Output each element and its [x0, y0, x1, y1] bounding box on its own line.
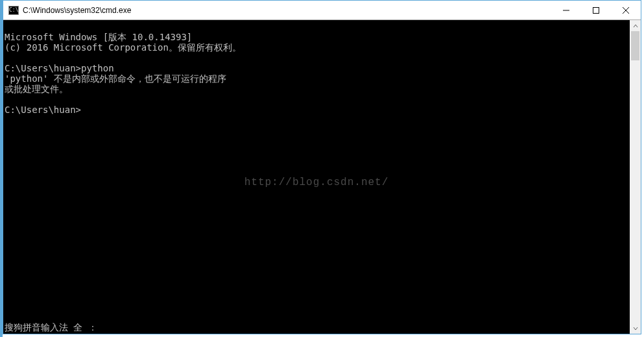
chevron-down-icon [633, 326, 638, 331]
term-line: Microsoft Windows [版本 10.0.14393] (c) 20… [5, 32, 241, 115]
client-area: Microsoft Windows [版本 10.0.14393] (c) 20… [3, 20, 641, 334]
scrollbar-thumb[interactable] [631, 31, 639, 60]
close-icon [622, 6, 630, 14]
terminal[interactable]: Microsoft Windows [版本 10.0.14393] (c) 20… [3, 20, 630, 334]
vertical-scrollbar[interactable] [630, 20, 641, 334]
close-button[interactable] [611, 1, 641, 20]
maximize-button[interactable] [581, 1, 611, 20]
svg-rect-1 [593, 7, 599, 13]
watermark-text: http://blog.csdn.net/ [244, 177, 389, 188]
minimize-icon [563, 7, 569, 14]
window-title: C:\Windows\system32\cmd.exe [23, 6, 131, 15]
scroll-down-button[interactable] [630, 323, 641, 334]
scroll-up-button[interactable] [630, 20, 641, 31]
chevron-up-icon [633, 23, 638, 29]
maximize-icon [593, 7, 599, 14]
scrollbar-track[interactable] [630, 31, 641, 323]
minimize-button[interactable] [551, 1, 581, 20]
app-icon[interactable]: C:\ [8, 6, 19, 15]
titlebar[interactable]: C:\ C:\Windows\system32\cmd.exe [3, 1, 641, 20]
cmd-window: C:\ C:\Windows\system32\cmd.exe Microsof… [3, 0, 641, 334]
ime-status: 搜狗拼音输入法 全 ： [5, 322, 97, 332]
